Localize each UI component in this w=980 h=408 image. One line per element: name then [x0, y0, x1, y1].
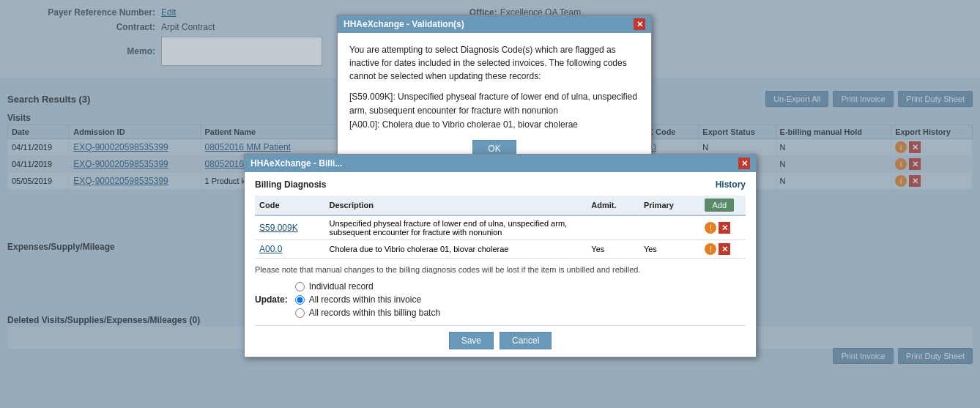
remove-code-button[interactable]: ✕: [719, 222, 730, 234]
billing-cancel-button[interactable]: Cancel: [500, 332, 552, 349]
warning-icon[interactable]: !: [705, 222, 716, 234]
billing-dialog-body: Billing Diagnosis History Code Descripti…: [245, 172, 756, 357]
billing-code-cell: A00.0: [255, 240, 324, 259]
validation-dialog-titlebar: HHAeXchange - Validation(s) ✕: [338, 15, 651, 33]
billing-col-description: Description: [324, 196, 587, 215]
billing-table-row: A00.0 Cholera due to Vibrio cholerae 01,…: [255, 240, 746, 259]
radio-individual[interactable]: Individual record: [295, 281, 440, 292]
validation-codes: [S59.009K]: Unspecified physeal fracture…: [349, 90, 639, 133]
radio-all-invoice[interactable]: All records within this invoice: [295, 294, 440, 305]
update-label: Update:: [255, 294, 288, 305]
radio-all-batch-label: All records within this billing batch: [309, 308, 440, 318]
billing-dialog-title: HHAeXchange - Billi...: [250, 158, 342, 168]
add-code-button[interactable]: Add: [705, 199, 734, 212]
code-item-2: [A00.0]: Cholera due to Vibrio cholerae …: [349, 118, 639, 132]
radio-all-batch[interactable]: All records within this billing batch: [295, 308, 440, 318]
update-row: Update: Individual record All records wi…: [255, 281, 746, 318]
billing-admit-cell: Yes: [587, 240, 639, 259]
validation-dialog: HHAeXchange - Validation(s) ✕ You are at…: [337, 15, 652, 168]
billing-primary-cell: Yes: [639, 240, 701, 259]
billing-section-title: Billing Diagnosis: [255, 179, 326, 190]
validation-dialog-close-button[interactable]: ✕: [634, 18, 645, 30]
radio-individual-label: Individual record: [309, 281, 374, 292]
billing-col-code: Code: [255, 196, 324, 215]
radio-all-invoice-label: All records within this invoice: [309, 294, 421, 305]
remove-code-button[interactable]: ✕: [719, 243, 730, 255]
billing-actions-cell: ! ✕: [700, 215, 746, 240]
billing-code-cell: S59.009K: [255, 215, 324, 240]
billing-dialog-titlebar: HHAeXchange - Billi... ✕: [245, 155, 756, 172]
radio-all-invoice-input[interactable]: [295, 295, 305, 305]
billing-header-row: Billing Diagnosis History: [255, 179, 746, 190]
code-item-1: [S59.009K]: Unspecified physeal fracture…: [349, 90, 639, 118]
billing-primary-cell: [639, 215, 701, 240]
billing-save-button[interactable]: Save: [449, 332, 494, 349]
billing-code-link[interactable]: S59.009K: [259, 223, 298, 233]
billing-col-admit: Admit.: [587, 196, 639, 215]
billing-dialog-actions: Save Cancel: [255, 325, 746, 349]
billing-col-primary: Primary: [639, 196, 701, 215]
radio-all-batch-input[interactable]: [295, 308, 305, 318]
validation-dialog-title: HHAeXchange - Validation(s): [344, 19, 464, 29]
billing-admit-cell: [587, 215, 639, 240]
update-radio-group: Individual record All records within thi…: [295, 281, 440, 318]
billing-actions-cell: ! ✕: [700, 240, 746, 259]
billing-table: Code Description Admit. Primary Add S59.…: [255, 196, 746, 259]
history-link[interactable]: History: [716, 179, 746, 190]
billing-desc-cell: Unspecified physeal fracture of lower en…: [324, 215, 587, 240]
billing-desc-cell: Cholera due to Vibrio cholerae 01, biova…: [324, 240, 587, 259]
validation-message: You are attempting to select Diagnosis C…: [349, 43, 639, 83]
billing-note: Please note that manual changes to the b…: [255, 264, 746, 275]
billing-code-link[interactable]: A00.0: [259, 244, 282, 254]
radio-individual-input[interactable]: [295, 282, 305, 292]
billing-col-add: Add: [700, 196, 746, 215]
billing-diagnosis-dialog: HHAeXchange - Billi... ✕ Billing Diagnos…: [244, 154, 757, 357]
billing-table-row: S59.009K Unspecified physeal fracture of…: [255, 215, 746, 240]
warning-icon[interactable]: !: [705, 243, 716, 255]
billing-dialog-close-button[interactable]: ✕: [738, 157, 750, 169]
validation-dialog-body: You are attempting to select Diagnosis C…: [338, 33, 651, 168]
